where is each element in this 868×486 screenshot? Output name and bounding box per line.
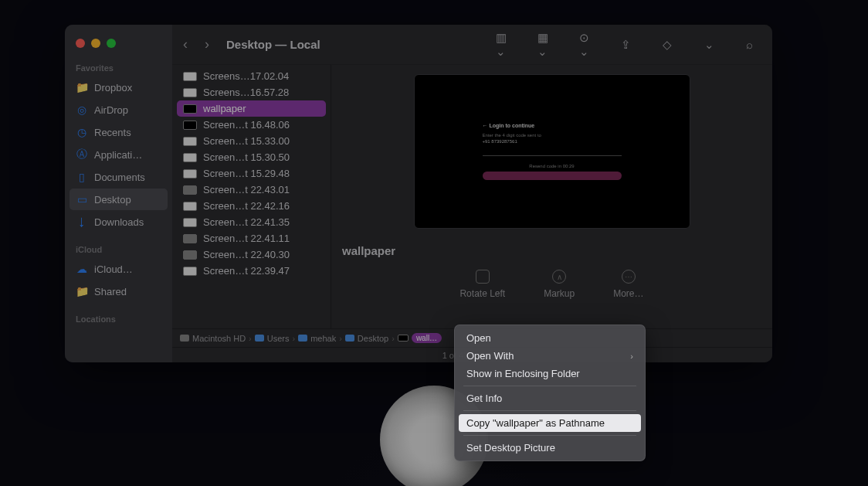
- menu-label: Open: [466, 332, 491, 344]
- menu-show-enclosing[interactable]: Show in Enclosing Folder: [459, 365, 641, 382]
- crumb-label: Macintosh HD: [192, 334, 246, 343]
- sidebar-item-icloud[interactable]: ☁iCloud…: [70, 258, 168, 280]
- rotate-icon: [476, 270, 490, 284]
- file-thumb-icon: [183, 267, 197, 276]
- file-name: Screen…t 22.43.01: [203, 184, 290, 195]
- file-name: Screen…t 15.30.50: [203, 151, 290, 163]
- menu-label: Get Info: [466, 393, 502, 404]
- file-row[interactable]: Screen…t 16.48.06: [177, 117, 326, 133]
- preview-mock-header: ← Login to continue: [483, 123, 622, 128]
- menu-copy-pathname[interactable]: Copy "wallpaper" as Pathname: [459, 414, 641, 432]
- sidebar-section-header: Favorites: [65, 60, 172, 76]
- file-row[interactable]: Screen…t 15.30.50: [177, 149, 326, 165]
- menu-set-desktop[interactable]: Set Desktop Picture: [459, 439, 641, 457]
- sidebar-item-label: iCloud…: [94, 263, 133, 275]
- rotate-left-button[interactable]: Rotate Left: [459, 270, 505, 299]
- file-row[interactable]: Screen…t 22.42.16: [177, 198, 326, 214]
- menu-separator: [463, 386, 636, 386]
- file-name: Screen…t 16.48.06: [203, 119, 290, 131]
- sidebar-item-dropbox[interactable]: 📁Dropbox: [70, 76, 168, 98]
- file-thumb-icon: [183, 153, 197, 162]
- sidebar-item-shared[interactable]: 📁Shared: [70, 280, 168, 302]
- preview-filename: wallpaper: [342, 244, 395, 257]
- file-row-selected[interactable]: wallpaper: [177, 100, 326, 117]
- more-icon: ⋯: [622, 270, 636, 284]
- folder-icon: 📁: [76, 81, 88, 93]
- preview-mock-button: [483, 172, 622, 180]
- menu-open-with[interactable]: Open With›: [459, 347, 641, 365]
- more-button[interactable]: ⋯More…: [613, 270, 643, 299]
- path-crumb[interactable]: Users: [255, 334, 290, 343]
- path-crumb[interactable]: Macintosh HD: [180, 334, 246, 343]
- apps-icon: Ⓐ: [76, 148, 88, 161]
- forward-button[interactable]: ›: [205, 36, 217, 53]
- file-name: Screen…t 22.41.35: [203, 216, 290, 228]
- airdrop-icon: ◎: [76, 104, 88, 116]
- preview-mock-number: +91 8739287561: [483, 139, 622, 144]
- close-button[interactable]: [76, 39, 85, 48]
- file-row[interactable]: Screen…t 22.43.01: [177, 182, 326, 198]
- sidebar-item-label: Applicati…: [94, 149, 142, 161]
- download-icon: ⭣: [76, 216, 88, 228]
- file-name: wallpaper: [203, 103, 246, 114]
- folder-icon: [345, 335, 354, 342]
- markup-button[interactable]: ∧Markup: [544, 270, 575, 299]
- menu-separator: [463, 435, 636, 436]
- path-crumb[interactable]: Desktop: [345, 334, 388, 343]
- sidebar-item-airdrop[interactable]: ◎AirDrop: [70, 99, 168, 121]
- file-thumb-icon: [183, 121, 197, 130]
- tag-icon[interactable]: ◇: [663, 38, 678, 52]
- path-crumb[interactable]: mehak: [298, 334, 336, 343]
- file-name: Screens…16.57.28: [203, 87, 289, 98]
- cloud-icon: ☁: [76, 263, 88, 275]
- search-icon[interactable]: ⌕: [746, 38, 761, 51]
- file-row[interactable]: Screens…16.57.28: [177, 84, 326, 100]
- share-icon[interactable]: ⇪: [621, 38, 636, 52]
- folder-icon: [255, 335, 264, 342]
- menu-label: Set Desktop Picture: [466, 442, 555, 454]
- menu-get-info[interactable]: Get Info: [459, 389, 641, 407]
- sidebar-item-downloads[interactable]: ⭣Downloads: [70, 211, 168, 233]
- action-icon[interactable]: ⊙ ⌄: [579, 31, 595, 59]
- file-row[interactable]: Screen…t 22.39.47: [177, 263, 326, 279]
- sidebar-item-label: Dropbox: [94, 82, 132, 93]
- preview-actions: Rotate Left ∧Markup ⋯More…: [459, 270, 643, 299]
- file-row[interactable]: Screen…t 22.41.11: [177, 230, 326, 246]
- back-button[interactable]: ‹: [183, 36, 195, 53]
- sidebar: Favorites 📁Dropbox ◎AirDrop ◷Recents ⒶAp…: [65, 25, 172, 362]
- sidebar-item-label: AirDrop: [94, 104, 128, 116]
- crumb-label: Users: [267, 334, 290, 343]
- file-row[interactable]: Screen…t 15.33.00: [177, 133, 326, 149]
- group-icon[interactable]: ▦ ⌄: [537, 31, 553, 59]
- path-crumb-file[interactable]: wall…: [398, 333, 442, 343]
- crumb-file-badge: wall…: [412, 333, 442, 343]
- context-menu: Open Open With› Show in Enclosing Folder…: [454, 325, 646, 461]
- shared-folder-icon: 📁: [76, 285, 88, 297]
- action-label: Rotate Left: [459, 288, 505, 299]
- sidebar-item-applications[interactable]: ⒶApplicati…: [70, 144, 168, 165]
- content-area: Screens…17.02.04 Screens…16.57.28 wallpa…: [172, 65, 772, 328]
- preview-thumbnail: ← Login to continue Enter the 4 digit co…: [414, 74, 690, 229]
- action-label: More…: [613, 288, 643, 299]
- minimize-button[interactable]: [91, 39, 100, 48]
- file-thumb-icon: [183, 137, 197, 146]
- preview-content: ← Login to continue Enter the 4 digit co…: [483, 123, 622, 180]
- maximize-button[interactable]: [107, 39, 116, 48]
- file-row[interactable]: Screen…t 22.41.35: [177, 214, 326, 230]
- file-name: Screen…t 22.39.47: [203, 265, 290, 277]
- window-controls: [65, 36, 172, 60]
- file-row[interactable]: Screens…17.02.04: [177, 68, 326, 84]
- sidebar-item-documents[interactable]: ▯Documents: [70, 166, 168, 188]
- file-row[interactable]: Screen…t 15.29.48: [177, 165, 326, 182]
- chevron-down-icon[interactable]: ⌄: [704, 38, 720, 52]
- file-row[interactable]: Screen…t 22.40.30: [177, 246, 326, 263]
- sidebar-item-desktop[interactable]: ▭Desktop: [70, 189, 168, 210]
- file-thumb-icon: [183, 104, 197, 114]
- file-thumb-icon: [183, 202, 197, 211]
- sidebar-item-recents[interactable]: ◷Recents: [70, 121, 168, 143]
- desktop-icon: ▭: [76, 193, 88, 206]
- view-columns-icon[interactable]: ▥ ⌄: [496, 31, 511, 59]
- file-thumb-icon: [183, 250, 197, 260]
- file-name: Screen…t 22.40.30: [203, 249, 290, 260]
- menu-open[interactable]: Open: [459, 329, 641, 347]
